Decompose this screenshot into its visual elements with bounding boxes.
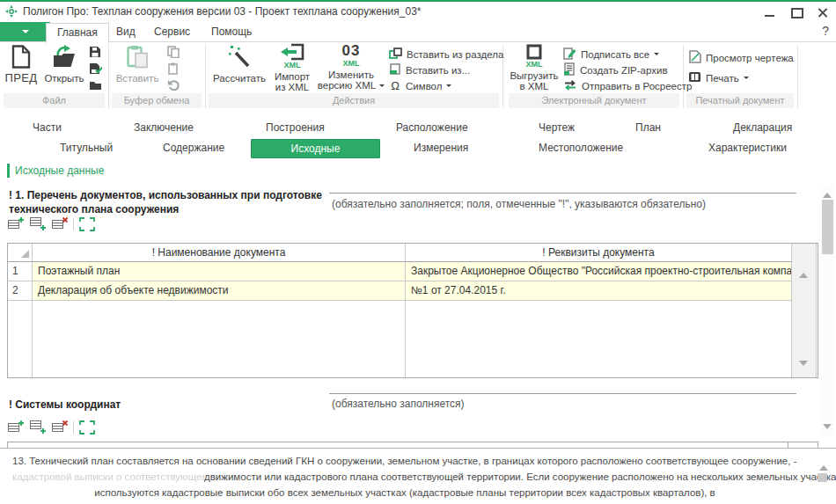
preview-drawing-button[interactable]: Просмотр чертежа xyxy=(688,51,794,64)
tab-pomosch[interactable]: Помощь xyxy=(201,23,262,41)
title-bar: Полигон Про: Техплан сооружения версии 0… xyxy=(0,0,836,23)
help-button[interactable]: ? xyxy=(822,24,829,38)
tab-glavnaya[interactable]: Главная xyxy=(46,23,109,43)
table-corner-cell[interactable] xyxy=(8,244,33,262)
section-tab-chertezh[interactable]: Чертеж xyxy=(539,121,575,134)
open-folder-icon xyxy=(51,43,77,69)
drawing-preview-icon xyxy=(688,50,701,65)
insert-row-icon[interactable] xyxy=(29,420,46,435)
transfer-arrows-icon xyxy=(563,80,577,92)
cell-document-name[interactable]: Поэтажный план xyxy=(33,262,406,281)
column-header-details[interactable]: ! Реквизиты документа xyxy=(406,244,792,262)
paste-special-icon[interactable] xyxy=(167,62,180,75)
group-label-clipboard: Буфер обмена xyxy=(112,93,202,108)
cell-document-details[interactable]: Закрытое Акционерное Общество "Российска… xyxy=(406,262,792,281)
edoc-commands: Подписать все Создать ZIP-архив Отправит… xyxy=(563,47,692,92)
table-scrollbar[interactable] xyxy=(792,244,817,377)
section-tab-zaklyuchenie[interactable]: Заключение xyxy=(134,121,194,134)
help-text-line2: кадастровой выписки о соответствующем об… xyxy=(12,471,836,482)
scrollbar-thumb[interactable] xyxy=(822,200,833,254)
group-separator xyxy=(205,45,206,108)
symbol-button[interactable]: Ω Символ xyxy=(389,79,503,92)
save-as-icon[interactable] xyxy=(89,62,102,75)
scroll-down-icon[interactable] xyxy=(823,424,832,434)
section-tab-harakteristiki[interactable]: Характеристики xyxy=(708,142,787,154)
scroll-up-icon[interactable] xyxy=(799,268,808,278)
group-label-printdoc: Печатный документ xyxy=(686,93,794,108)
minimize-button[interactable] xyxy=(764,6,776,18)
clipboard-small-buttons xyxy=(167,45,180,91)
section-tab-titulnyj[interactable]: Титульный xyxy=(60,142,113,154)
file-menu-button[interactable] xyxy=(0,22,50,41)
section-tab-mestopolozhenie[interactable]: Местоположение xyxy=(539,142,623,154)
print-button[interactable]: Печать xyxy=(688,71,794,84)
calculate-button[interactable]: Рассчитать xyxy=(211,43,268,84)
save-icon[interactable] xyxy=(89,45,102,58)
dropdown-caret-icon xyxy=(744,77,749,82)
maximize-button[interactable] xyxy=(790,6,803,18)
insert-from-button[interactable]: Вставить из... xyxy=(389,63,503,77)
import-xml-button[interactable]: XML Импорт из XML xyxy=(269,43,315,92)
delete-row-icon[interactable] xyxy=(51,216,68,231)
dropdown-caret-icon xyxy=(22,30,29,37)
toolbar-separator xyxy=(73,421,74,434)
divider-line xyxy=(329,393,796,394)
cell-document-name[interactable]: Декларация об объекте недвижимости xyxy=(33,281,406,301)
column-header-name[interactable]: ! Наименование документа xyxy=(33,244,406,262)
file-small-buttons xyxy=(89,45,102,91)
insert-section-icon xyxy=(389,47,402,61)
section-tab-plan[interactable]: План xyxy=(635,121,661,134)
export-xml-button[interactable]: XML Выгрузить в XML xyxy=(509,43,560,91)
documents-table: ! Наименование документа ! Реквизиты док… xyxy=(7,243,818,378)
insert-xml-icon xyxy=(389,63,401,77)
scroll-up-icon[interactable] xyxy=(819,461,828,471)
send-rosreestr-button[interactable]: Отправить в Росреестр xyxy=(563,79,692,92)
create-zip-button[interactable]: Создать ZIP-архив xyxy=(563,63,692,77)
undo-icon[interactable] xyxy=(167,78,180,91)
empty-cell xyxy=(8,301,33,377)
delete-row-icon[interactable] xyxy=(51,420,68,435)
insert-row-icon[interactable] xyxy=(29,216,46,231)
expand-table-icon[interactable] xyxy=(79,216,95,231)
section-tab-ishodnye-active[interactable]: Исходные xyxy=(251,139,380,158)
window-title: Полигон Про: Техплан сооружения версии 0… xyxy=(23,5,422,18)
tab-servis[interactable]: Сервис xyxy=(143,23,201,41)
tab-vid[interactable]: Вид xyxy=(106,23,146,41)
sign-pen-icon xyxy=(563,47,576,62)
row-header[interactable]: 2 xyxy=(8,281,33,301)
help-panel: 13. Технический план составляется на осн… xyxy=(0,448,836,504)
divider-line xyxy=(329,193,796,194)
sign-all-button[interactable]: Подписать все xyxy=(563,47,692,61)
expand-table-icon[interactable] xyxy=(79,420,95,435)
add-row-icon[interactable] xyxy=(7,216,24,231)
change-xml-version-button[interactable]: 03 XML Изменить версию XML xyxy=(317,43,385,91)
section-tab-postroeniya[interactable]: Построения xyxy=(266,121,325,134)
section-tab-deklaraciya[interactable]: Декларация xyxy=(733,121,792,134)
section-tab-raspolozhenie[interactable]: Расположение xyxy=(396,121,468,134)
add-row-icon[interactable] xyxy=(7,420,24,435)
open-button[interactable]: Открыть xyxy=(40,43,88,84)
scroll-up-icon[interactable] xyxy=(823,188,832,198)
section-tab-izmereniya[interactable]: Измерения xyxy=(414,142,468,154)
main-scrollbar[interactable] xyxy=(821,186,834,436)
empty-cell xyxy=(33,301,406,377)
scroll-down-icon[interactable] xyxy=(799,361,808,370)
document-icon xyxy=(11,43,31,69)
version-03-icon: 03 xyxy=(342,43,361,59)
copy-icon[interactable] xyxy=(167,45,180,58)
group-separator xyxy=(797,45,798,108)
insert-from-section-button[interactable]: Вставить из раздела xyxy=(389,47,503,61)
section-tab-chasti[interactable]: Части xyxy=(33,121,62,134)
pred-button[interactable]: ПРЕД xyxy=(4,43,39,84)
dropdown-caret-icon xyxy=(379,84,385,90)
dropdown-caret-icon xyxy=(654,53,659,58)
close-button[interactable] xyxy=(817,6,829,18)
section-tab-soderzhanie[interactable]: Содержание xyxy=(163,142,224,154)
scrollbar-thumb[interactable] xyxy=(818,473,827,482)
cell-document-details[interactable]: №1 от 27.04.2015 г. xyxy=(406,281,792,301)
row-header[interactable]: 1 xyxy=(8,262,33,281)
close-project-icon[interactable] xyxy=(89,78,102,91)
ribbon: ПРЕД Открыть Файл xyxy=(0,42,836,113)
paste-button[interactable]: Вставить xyxy=(114,43,161,84)
subtab-ishodnye-dannye[interactable]: Исходные данные xyxy=(15,164,104,177)
